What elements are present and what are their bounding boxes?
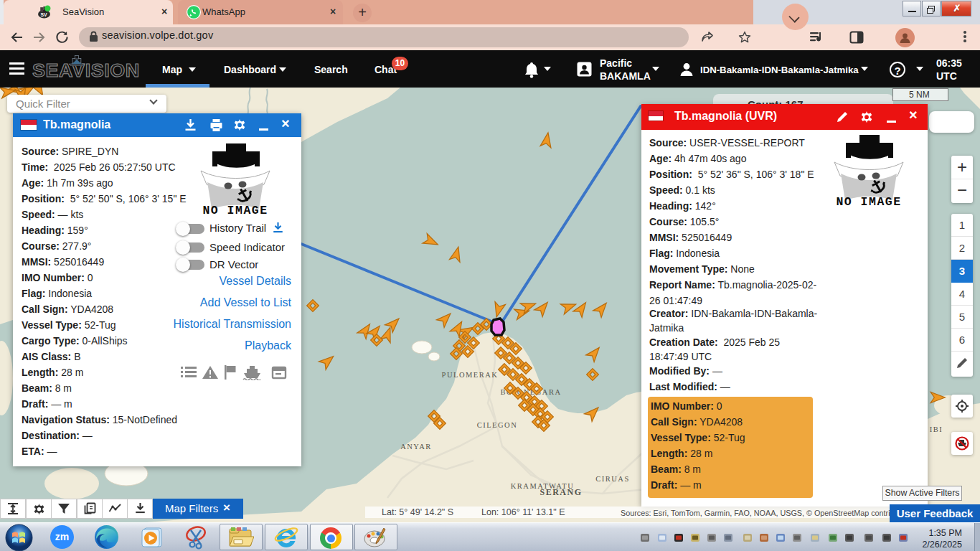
svg-text:SERANG: SERANG [540, 487, 582, 497]
svg-text:PULOMERAK: PULOMERAK [442, 371, 499, 379]
svg-text:NO IMAGE: NO IMAGE [836, 195, 901, 208]
svg-text:IBI: IBI [930, 425, 943, 433]
svg-text:SV: SV [40, 12, 47, 17]
svg-text:CIRUAS: CIRUAS [595, 475, 630, 483]
svg-text:ANYAR: ANYAR [400, 443, 432, 451]
svg-text:CILEGON: CILEGON [477, 421, 518, 429]
svg-text:NO IMAGE: NO IMAGE [202, 204, 268, 217]
